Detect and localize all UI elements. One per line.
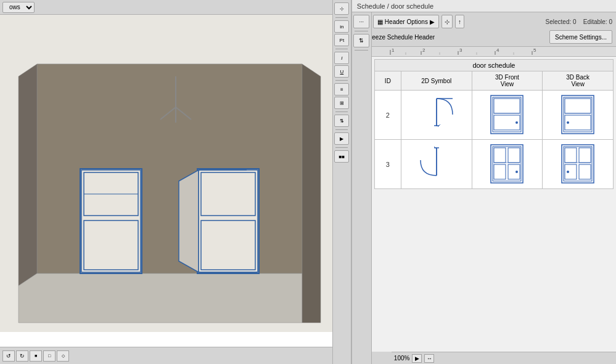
row2-2d-svg [414,92,459,137]
svg-marker-4 [18,273,302,323]
move-btn-1[interactable]: ⊹ [441,15,453,28]
svg-rect-66 [562,145,594,183]
row3-3dback-svg [556,142,600,186]
header-icon: ▦ [377,18,383,25]
toolbar-btn-1[interactable]: ⊹ [334,2,349,15]
selected-value: 0 [573,18,577,25]
v-btn-1[interactable]: ··· [353,15,369,28]
svg-marker-5 [302,64,321,323]
svg-rect-12 [199,170,258,272]
misc-btn-3[interactable]: ◇ [57,350,69,362]
row3-3dfront-svg [485,142,529,186]
toolbar-sep-2 [335,49,348,49]
header-3d-back: 3D BackView [543,71,614,91]
room-3d-view [0,15,351,347]
zoom-level: 100% [394,355,410,362]
ruler: 1 2 3 4 5 [372,47,616,57]
toolbar-sep-1 [335,17,348,18]
schedule-area: 1 2 3 4 5 [372,47,616,364]
move-btn-2[interactable]: ↑ [455,15,464,28]
bottom-bar: 100% ▶ ↔ [392,352,616,364]
title-bar: Schedule / door schedule [352,0,616,12]
header-options-label: Header Options [385,18,428,25]
row3-id: 3 [374,140,401,189]
toolbar-table[interactable]: ⊞ [334,97,349,109]
row2-3d-front [472,91,543,140]
viewport-topbar: ows [0,0,332,15]
header-3d-front: 3D FrontView [472,71,543,91]
undo-btn[interactable]: ↺ [2,350,15,362]
schedule-panel: Schedule / door schedule ··· ▦ Header Op… [352,0,616,364]
row2-3d-back [543,91,614,140]
toolbar-italic[interactable]: I [334,52,349,64]
toolbar-align[interactable]: ≡ [334,83,349,95]
row3-3d-back [543,140,614,189]
header-2d: 2D Symbol [401,71,472,91]
svg-point-65 [515,171,518,173]
nav-forward-btn[interactable]: ▶ [412,354,422,363]
viewport-dropdown[interactable]: ows [2,2,35,13]
toolbar-black-sq[interactable]: ■■ [334,150,349,163]
scheme-settings-btn[interactable]: Scheme Settings... [549,30,612,44]
svg-rect-7 [81,170,141,272]
left-panel-toolbar: ⊹ in Pt I U ≡ ⊞ ⇅ ▶ ■■ [332,0,351,364]
schedule-title-row: door schedule [374,60,613,71]
nav-arrows-btn[interactable]: ↔ [424,354,434,363]
editable-label: Editable: [583,18,607,25]
toolbar-unit-pt[interactable]: Pt [334,34,349,46]
v-sep-2 [355,50,368,51]
left-toolbar: ··· ⇅ [352,12,372,364]
svg-text:3: 3 [459,47,462,53]
editable-value: 0 [609,18,612,25]
svg-rect-42 [491,95,523,134]
toolbar-row-1: ··· ▦ Header Options ▶ ⊹ ↑ Selected: 0 E… [356,15,612,28]
header-options-arrow: ▶ [430,18,435,25]
toolbar-area: ··· ▦ Header Options ▶ ⊹ ↑ Selected: 0 E… [352,12,616,47]
table-row: 2 [374,91,613,140]
table-row: 3 [374,140,613,189]
schedule-title: door schedule [374,60,613,71]
svg-rect-58 [491,145,523,183]
svg-point-73 [567,171,569,173]
row2-3dback-svg [556,92,600,137]
svg-point-53 [567,121,569,124]
schedule-container: door schedule ID 2D Symbol 3D FrontView … [372,57,616,352]
header-options-btn[interactable]: ▦ Header Options ▶ [373,15,439,28]
svg-text:4: 4 [496,47,499,53]
toolbar-arrow[interactable]: ▶ [334,132,349,145]
misc-btn-2[interactable]: □ [43,350,55,362]
row2-3dfront-svg [485,92,529,137]
row3-2d-svg [414,142,459,186]
misc-btn-1[interactable]: ■ [30,350,42,362]
selected-info: Selected: 0 Editable: 0 [546,18,612,25]
header-id: ID [374,71,401,91]
row3-2d [401,140,472,189]
svg-text:1: 1 [392,47,395,53]
toolbar-updown[interactable]: ⇅ [334,115,349,127]
selected-label: Selected: [546,18,572,25]
toolbar-row-2: Freeze Schedule Header Scheme Settings..… [356,30,612,44]
schedule-header-row: ID 2D Symbol 3D FrontView 3D BackView [374,71,613,91]
svg-marker-15 [179,170,199,272]
row2-id: 2 [374,91,401,140]
toolbar-sep-5 [335,129,348,130]
freeze-header-label: Freeze Schedule Header [366,34,435,41]
svg-rect-22 [372,47,616,55]
svg-point-47 [515,121,518,124]
svg-rect-48 [562,95,594,134]
svg-marker-3 [18,64,37,286]
svg-text:5: 5 [533,47,536,53]
row2-2d [401,91,472,140]
toolbar-sep-6 [335,147,348,148]
toolbar-underline[interactable]: U [334,65,349,78]
v-btn-updown[interactable]: ⇅ [353,34,369,47]
toolbar-sep-3 [335,80,348,81]
v-sep-1 [355,31,368,31]
redo-btn[interactable]: ↻ [16,350,28,362]
main-container: ows [0,0,616,364]
svg-text:2: 2 [422,47,425,53]
viewport-panel: ows [0,0,351,364]
schedule-table: door schedule ID 2D Symbol 3D FrontView … [374,59,614,189]
toolbar-unit-in[interactable]: in [334,20,349,33]
viewport-bottombar: ↺ ↻ ■ □ ◇ [0,347,332,364]
